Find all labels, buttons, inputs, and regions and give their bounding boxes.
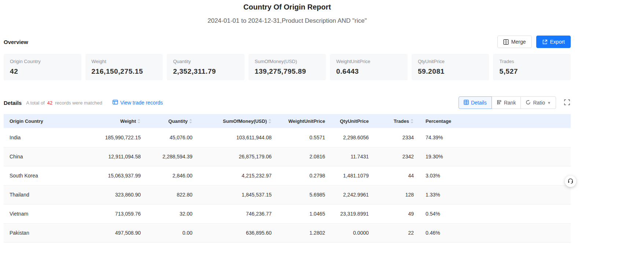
table-cell: 2,242.9961: [331, 185, 375, 204]
table-cell: 3.03%: [420, 166, 571, 185]
report-header: Country Of Origin Report 2024-01-01 to 2…: [4, 3, 571, 25]
table-row: India185,990,722.1545,076.00103,611,944.…: [4, 128, 571, 147]
chevron-down-icon: ▼: [547, 101, 551, 105]
trade-records-icon: [113, 100, 118, 106]
table-cell: 1.33%: [420, 185, 571, 204]
column-header-qtyunitprice: QtyUnitPrice: [331, 114, 375, 128]
page-title: Country Of Origin Report: [4, 3, 571, 11]
table-cell: 1,481.1079: [331, 166, 375, 185]
table-cell: 2342: [375, 147, 420, 166]
table-cell: 2,288,594.39: [147, 147, 198, 166]
export-button[interactable]: Export: [536, 36, 571, 48]
table-cell: 4,215,232.97: [198, 166, 277, 185]
table-cell: 0.00: [147, 223, 198, 242]
stat-card-label: Quantity: [173, 59, 238, 64]
table-cell: 746,236.77: [198, 204, 277, 223]
sort-icon[interactable]: [137, 118, 141, 124]
table-cell: 1.0465: [277, 204, 331, 223]
table-cell: 822.80: [147, 185, 198, 204]
details-view-controls: Details Rank Ratio ▼: [459, 96, 571, 109]
report-subtitle: 2024-01-01 to 2024-12-31,Product Descrip…: [4, 17, 571, 25]
sort-icon[interactable]: [410, 118, 414, 124]
table-header-row: Origin CountryWeightQuantitySumOfMoney(U…: [4, 114, 571, 128]
fullscreen-icon: [564, 101, 570, 106]
table-cell: 323,860.90: [97, 185, 147, 204]
table-cell: 0.46%: [420, 223, 571, 242]
ratio-view-label: Ratio: [533, 100, 545, 106]
column-header-origin-country: Origin Country: [4, 114, 97, 128]
total-prefix: A total of: [26, 100, 45, 106]
overview-actions: Merge Export: [497, 36, 571, 48]
details-view-icon: [464, 100, 469, 106]
stat-card-value: 216,150,275.15: [92, 67, 157, 76]
details-table: Origin CountryWeightQuantitySumOfMoney(U…: [4, 114, 571, 243]
export-button-label: Export: [550, 39, 565, 45]
details-view-label: Details: [471, 100, 487, 106]
stat-card-label: Weight: [92, 59, 157, 64]
table-cell: 103,611,944.08: [198, 128, 277, 147]
column-header-trades[interactable]: Trades: [375, 114, 420, 128]
column-header-weightunitprice: WeightUnitPrice: [277, 114, 331, 128]
table-row: Vietnam713,059.7632.00746,236.771.046523…: [4, 204, 571, 223]
table-cell: 15,063,937.99: [97, 166, 147, 185]
sort-icon[interactable]: [189, 118, 192, 124]
column-label: Origin Country: [10, 118, 43, 124]
details-bar: Details A total of 42 records were match…: [4, 96, 571, 109]
table-cell: 713,059.76: [97, 204, 147, 223]
table-cell: 12,911,094.58: [97, 147, 147, 166]
table-cell: 2,846.00: [147, 166, 198, 185]
table-cell: 74.39%: [420, 128, 571, 147]
table-cell: 22: [375, 223, 420, 242]
view-trade-records-label: View trade records: [120, 100, 163, 106]
table-row: Pakistan497,508.900.00636,895.601.28020.…: [4, 223, 571, 242]
stat-card-trades: Trades 5,527: [493, 54, 571, 80]
stat-card-value: 42: [10, 67, 75, 76]
support-button[interactable]: [565, 176, 576, 187]
stat-card-label: SumOfMoney(USD): [255, 59, 320, 64]
table-cell: 0.5571: [277, 128, 331, 147]
rank-view-button[interactable]: Rank: [492, 96, 521, 109]
table-cell: 32.00: [147, 204, 198, 223]
table-cell: 2.0816: [277, 147, 331, 166]
table-cell: 1,845,537.15: [198, 185, 277, 204]
stat-card-value: 0.6443: [336, 67, 401, 76]
column-label: WeightUnitPrice: [288, 118, 325, 124]
export-icon: [542, 39, 548, 45]
ratio-view-button[interactable]: Ratio ▼: [520, 96, 556, 109]
stat-card-qty-unit-price: QtyUnitPrice 59.2081: [412, 54, 489, 80]
table-cell: 23,319.8991: [331, 204, 375, 223]
rank-view-icon: [497, 100, 502, 106]
rank-view-label: Rank: [504, 100, 516, 106]
stat-card-value: 2,352,311.79: [173, 67, 238, 76]
column-header-weight[interactable]: Weight: [97, 114, 147, 128]
table-row: China12,911,094.582,288,594.3926,875,179…: [4, 147, 571, 166]
table-cell: China: [4, 147, 97, 166]
table-cell: 2334: [375, 128, 420, 147]
table-cell: 0.0000: [331, 223, 375, 242]
column-header-sumofmoney-usd-[interactable]: SumOfMoney(USD): [198, 114, 277, 128]
column-header-quantity[interactable]: Quantity: [147, 114, 198, 128]
table-cell: Thailand: [4, 185, 97, 204]
details-view-button[interactable]: Details: [459, 96, 492, 109]
table-cell: 5.6985: [277, 185, 331, 204]
table-cell: Vietnam: [4, 204, 97, 223]
table-cell: 0.2798: [277, 166, 331, 185]
sort-icon[interactable]: [268, 118, 272, 124]
stat-card-label: Trades: [499, 59, 564, 64]
merge-icon: [503, 39, 509, 45]
view-toggle-group: Details Rank Ratio ▼: [459, 96, 556, 109]
view-trade-records-link[interactable]: View trade records: [113, 100, 163, 106]
fullscreen-button[interactable]: [563, 99, 571, 107]
table-cell: 0.54%: [420, 204, 571, 223]
stat-card-weight: Weight 216,150,275.15: [85, 54, 163, 80]
table-cell: 497,508.90: [97, 223, 147, 242]
report-page: Country Of Origin Report 2024-01-01 to 2…: [4, 0, 571, 243]
table-body: India185,990,722.1545,076.00103,611,944.…: [4, 128, 571, 242]
table-cell: Pakistan: [4, 223, 97, 242]
matched-count: 42: [47, 100, 53, 106]
stat-card-label: QtyUnitPrice: [418, 59, 483, 64]
column-header-percentage: Percentage: [420, 114, 571, 128]
stat-card-sum-of-money: SumOfMoney(USD) 139,275,795.89: [249, 54, 326, 80]
table-cell: 11.7431: [331, 147, 375, 166]
merge-button[interactable]: Merge: [497, 36, 532, 48]
